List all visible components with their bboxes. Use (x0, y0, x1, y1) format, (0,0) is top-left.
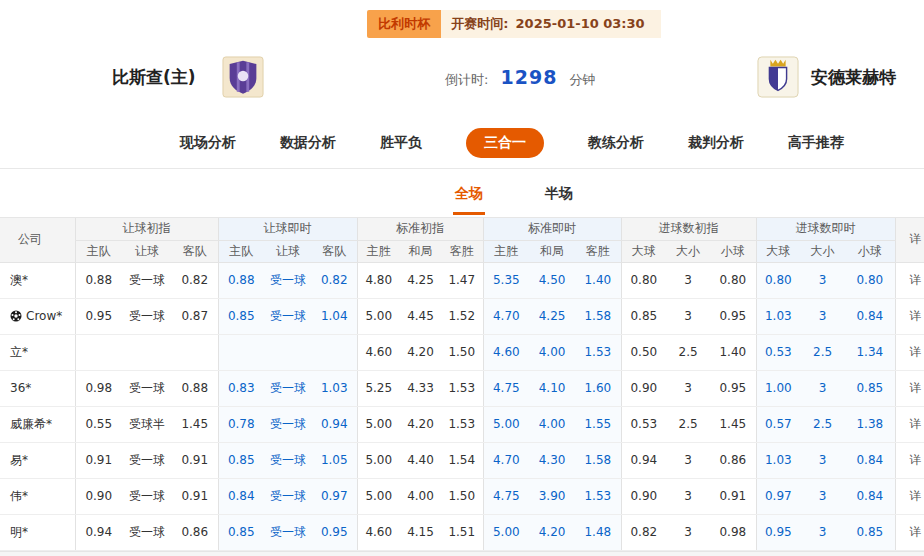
odds-cell-standard-initial: 5.00 (357, 442, 400, 478)
nav-tab-data-analysis[interactable]: 数据分析 (280, 134, 336, 152)
odds-cell-standard-live: 1.55 (575, 406, 621, 442)
odds-cell-goals-initial: 3 (666, 442, 710, 478)
detail-link[interactable]: 详 (895, 370, 924, 406)
odds-cell-goals-initial: 0.90 (621, 370, 666, 406)
countdown-value: 1298 (501, 66, 558, 88)
column-header-detail: 详 (895, 218, 924, 262)
odds-cell-standard-live: 4.60 (483, 334, 529, 370)
odds-cell-handicap-live: 受一球 (264, 514, 312, 550)
odds-cell-standard-live: 4.00 (529, 334, 575, 370)
odds-cell-standard-initial: 1.47 (441, 262, 483, 298)
column-header-standard-live-2: 和局 (529, 240, 575, 262)
detail-link[interactable]: 详 (895, 262, 924, 298)
odds-cell-standard-live: 1.60 (575, 370, 621, 406)
company-name: 易* (10, 453, 28, 467)
odds-cell-standard-live: 4.00 (529, 406, 575, 442)
column-header-handicap-live-1: 主队 (218, 240, 264, 262)
odds-cell-standard-live: 1.58 (575, 298, 621, 334)
odds-row: 36*0.98受一球0.880.83受一球1.035.254.331.534.7… (0, 370, 924, 406)
company-cell[interactable]: 威廉希* (0, 406, 75, 442)
odds-cell-handicap-initial: 1.45 (172, 406, 218, 442)
company-cell[interactable]: 伟* (0, 478, 75, 514)
nav-tab-expert-picks[interactable]: 高手推荐 (788, 134, 844, 152)
company-cell[interactable]: 明* (0, 514, 75, 550)
odds-cell-handicap-initial: 0.91 (172, 442, 218, 478)
odds-cell-standard-initial: 1.50 (441, 334, 483, 370)
odds-row: 澳*0.88受一球0.820.88受一球0.824.804.251.475.35… (0, 262, 924, 298)
odds-cell-handicap-initial: 0.55 (75, 406, 122, 442)
nav-tab-three-in-one[interactable]: 三合一 (466, 128, 544, 158)
match-info-bar: 比利时杯 开赛时间: 2025-01-10 03:30 (0, 10, 924, 37)
odds-cell-goals-live: 0.84 (845, 442, 895, 478)
column-header-standard-live-3: 客胜 (575, 240, 621, 262)
odds-cell-handicap-initial: 受一球 (122, 514, 172, 550)
league-badge: 比利时杯 (367, 10, 441, 38)
odds-cell-handicap-live: 0.95 (312, 514, 357, 550)
away-team-name: 安德莱赫特 (811, 66, 896, 89)
odds-cell-standard-live: 1.48 (575, 514, 621, 550)
company-cell[interactable]: 立* (0, 334, 75, 370)
column-header-goals-initial-2: 大小 (666, 240, 710, 262)
company-cell[interactable]: Crow* (0, 298, 75, 334)
odds-row: 立*4.604.201.504.604.001.530.502.51.400.5… (0, 334, 924, 370)
odds-cell-handicap-initial: 受一球 (122, 262, 172, 298)
odds-cell-handicap-live: 受一球 (264, 406, 312, 442)
odds-cell-standard-initial: 1.51 (441, 514, 483, 550)
column-header-handicap-initial-2: 让球 (122, 240, 172, 262)
company-name: Crow* (26, 309, 62, 323)
odds-cell-goals-initial: 1.40 (710, 334, 756, 370)
odds-cell-standard-initial: 4.80 (357, 262, 400, 298)
detail-link[interactable]: 详 (895, 334, 924, 370)
nav-tab-live-analysis[interactable]: 现场分析 (180, 134, 236, 152)
odds-cell-handicap-initial: 受一球 (122, 370, 172, 406)
odds-cell-standard-initial: 4.45 (400, 298, 441, 334)
odds-cell-goals-initial: 2.5 (666, 406, 710, 442)
column-group-standard-live: 标准即时 (483, 218, 621, 240)
detail-link[interactable]: 详 (895, 478, 924, 514)
column-header-handicap-initial-1: 主队 (75, 240, 122, 262)
company-cell[interactable]: 36* (0, 370, 75, 406)
company-name: 澳* (10, 273, 28, 287)
period-subtab-items: 全场半场 (453, 172, 575, 215)
column-header-handicap-live-3: 客队 (312, 240, 357, 262)
detail-link[interactable]: 详 (895, 514, 924, 550)
odds-cell-handicap-initial (75, 334, 122, 370)
odds-cell-goals-initial: 0.82 (621, 514, 666, 550)
odds-cell-handicap-live: 0.84 (218, 478, 264, 514)
featured-ball-icon (10, 310, 22, 322)
odds-cell-handicap-live: 0.78 (218, 406, 264, 442)
odds-cell-goals-live: 0.97 (756, 478, 800, 514)
odds-cell-standard-initial: 5.00 (357, 478, 400, 514)
odds-cell-handicap-live: 0.88 (218, 262, 264, 298)
nav-tab-coach-analysis[interactable]: 教练分析 (588, 134, 644, 152)
odds-cell-goals-live: 0.84 (845, 298, 895, 334)
subtab-full-match[interactable]: 全场 (453, 172, 485, 215)
column-group-goals-live: 进球数即时 (756, 218, 895, 240)
odds-cell-handicap-initial: 受一球 (122, 478, 172, 514)
detail-link[interactable]: 详 (895, 406, 924, 442)
nav-tab-win-draw-loss[interactable]: 胜平负 (380, 134, 422, 152)
main-nav: 现场分析数据分析胜平负三合一教练分析裁判分析高手推荐 (0, 117, 924, 169)
column-header-handicap-initial-3: 客队 (172, 240, 218, 262)
odds-cell-standard-initial: 4.25 (400, 262, 441, 298)
company-cell[interactable]: 澳* (0, 262, 75, 298)
column-group-goals-initial: 进球数初指 (621, 218, 756, 240)
odds-cell-handicap-live: 0.85 (218, 298, 264, 334)
odds-cell-handicap-initial: 0.87 (172, 298, 218, 334)
detail-link[interactable]: 详 (895, 298, 924, 334)
detail-link[interactable]: 详 (895, 442, 924, 478)
company-name: 36* (10, 381, 31, 395)
odds-cell-goals-live: 0.85 (845, 514, 895, 550)
odds-cell-goals-initial: 0.86 (710, 442, 756, 478)
countdown-label: 倒计时: (445, 72, 488, 87)
odds-cell-goals-initial: 3 (666, 514, 710, 550)
start-time-label: 开赛时间: (451, 15, 508, 33)
odds-cell-standard-initial: 4.00 (400, 478, 441, 514)
company-cell[interactable]: 易* (0, 442, 75, 478)
subtab-half-match[interactable]: 半场 (543, 172, 575, 215)
column-header-goals-live-2: 大小 (800, 240, 845, 262)
odds-cell-handicap-live (312, 334, 357, 370)
odds-cell-standard-live: 5.00 (483, 514, 529, 550)
nav-tab-referee-analysis[interactable]: 裁判分析 (688, 134, 744, 152)
odds-cell-standard-initial: 4.20 (400, 334, 441, 370)
